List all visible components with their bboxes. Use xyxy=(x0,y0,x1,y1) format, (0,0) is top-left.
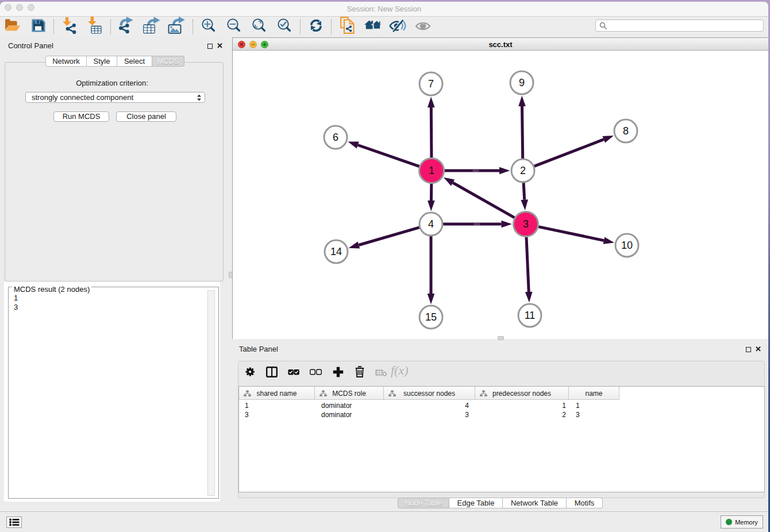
svg-text:9: 9 xyxy=(519,77,525,88)
svg-text:8: 8 xyxy=(623,125,629,137)
svg-text:2: 2 xyxy=(520,165,526,176)
svg-text:14: 14 xyxy=(330,246,342,257)
svg-text:11: 11 xyxy=(525,310,536,321)
svg-text:1: 1 xyxy=(429,165,434,176)
svg-text:10: 10 xyxy=(621,240,633,251)
svg-text:6: 6 xyxy=(333,132,338,143)
svg-text:15: 15 xyxy=(425,311,437,323)
svg-text:3: 3 xyxy=(523,218,529,230)
svg-text:4: 4 xyxy=(428,218,434,230)
svg-text:7: 7 xyxy=(428,78,434,90)
